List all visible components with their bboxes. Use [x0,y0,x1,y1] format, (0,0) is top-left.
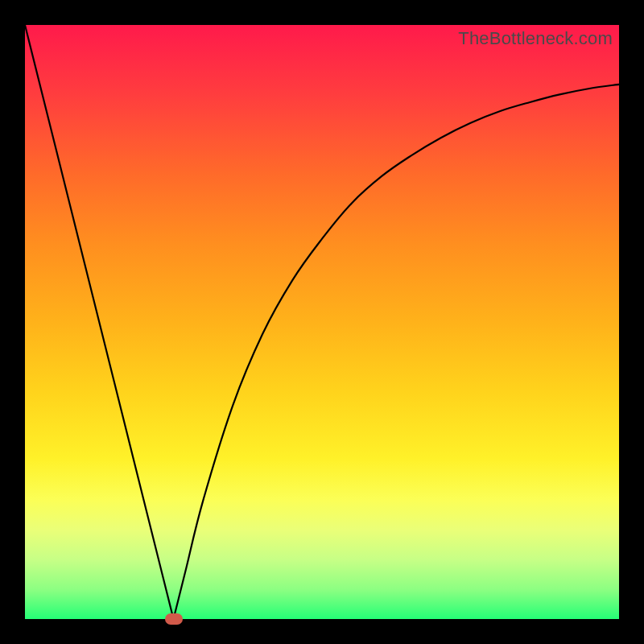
curve-svg [25,25,619,619]
chart-frame: TheBottleneck.com [0,0,644,644]
bottleneck-curve [25,25,619,619]
plot-area: TheBottleneck.com [25,25,619,619]
optimal-point-marker [165,613,183,625]
